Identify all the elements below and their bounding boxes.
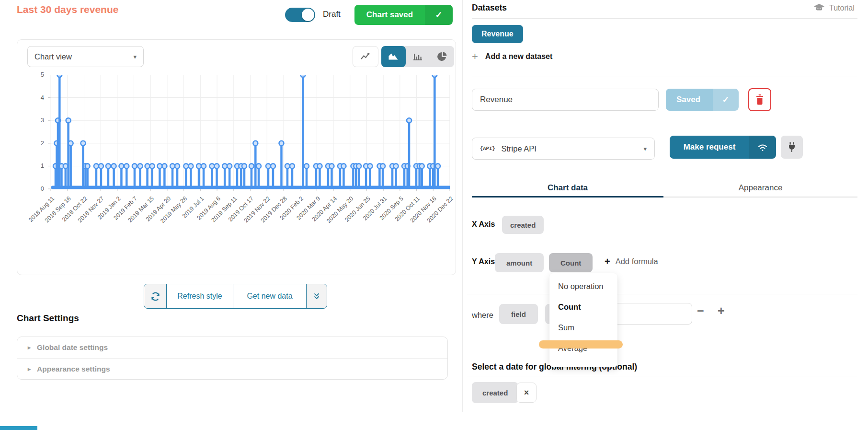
chart-type-pie-button[interactable] (430, 46, 454, 67)
connection-select[interactable]: {API} Stripe API ▾ (472, 138, 655, 160)
toggle-knob (302, 9, 314, 21)
divider (467, 294, 857, 294)
more-data-options-button[interactable] (306, 284, 327, 308)
y-axis-operation-chip[interactable]: Count (549, 253, 593, 272)
area-chart-icon (388, 51, 399, 62)
add-dataset-label: Add a new dataset (485, 52, 552, 61)
chart-settings-heading: Chart Settings (17, 313, 79, 324)
check-icon: ✓ (713, 89, 739, 111)
operation-option-count[interactable]: Count (549, 297, 617, 317)
plus-icon: + (605, 256, 610, 267)
divider (472, 77, 857, 77)
chart-type-group (381, 46, 454, 67)
tab-chart-data[interactable]: Chart data (472, 183, 663, 193)
divider (17, 331, 455, 331)
horizontal-scrollbar[interactable] (0, 426, 37, 430)
refresh-icon (150, 291, 160, 302)
delete-dataset-button[interactable] (748, 88, 771, 111)
page-title: Last 30 days revenue (17, 4, 118, 15)
draft-toggle[interactable] (285, 8, 315, 22)
caret-down-icon: ▾ (643, 145, 647, 152)
pie-chart-icon (436, 51, 448, 62)
accordion-appearance-settings[interactable]: ▸ Appearance settings (17, 359, 447, 380)
tutorial-label: Tutorial (829, 4, 855, 12)
x-axis-label: X Axis (472, 220, 495, 229)
wifi-icon (749, 136, 776, 159)
divider (467, 376, 857, 376)
bar-chart-icon (412, 51, 423, 62)
make-request-label: Make request (670, 136, 749, 159)
divider (472, 18, 857, 19)
operation-option-no-operation[interactable]: No operation (549, 276, 617, 297)
add-formula-button[interactable]: + Add formula (605, 256, 658, 267)
add-condition-button[interactable]: + (718, 304, 725, 318)
panel-divider (462, 0, 463, 412)
saved-button[interactable]: Saved ✓ (666, 89, 739, 111)
tab-appearance[interactable]: Appearance (663, 183, 857, 193)
operation-dropdown: No operation Count Sum Average (549, 273, 617, 367)
trash-icon (755, 94, 765, 105)
clear-date-filter-button[interactable]: × (516, 383, 537, 403)
draft-label: Draft (323, 10, 341, 19)
dataset-tab-revenue[interactable]: Revenue (472, 25, 523, 43)
active-tab-underline (472, 196, 663, 198)
where-label: where (472, 311, 493, 320)
chart-card: Chart view ▾ 012345 2018 Aug 112018 Sep … (17, 39, 456, 275)
operation-option-sum[interactable]: Sum (549, 317, 617, 338)
dataset-name-input[interactable] (472, 89, 659, 111)
plug-icon (787, 142, 797, 152)
datasets-heading: Datasets (472, 3, 507, 13)
chart-plot-svg (47, 75, 450, 193)
refresh-style-button[interactable]: Refresh style (167, 284, 233, 308)
accordion-arrow-icon: ▸ (28, 344, 31, 351)
chart-editor-page: Last 30 days revenue Draft Chart saved ✓… (0, 0, 868, 430)
connection-settings-button[interactable] (781, 136, 803, 159)
dropdown-hover-highlight (539, 340, 623, 349)
x-axis-field-chip[interactable]: created (502, 216, 544, 234)
chart-settings-accordion: ▸ Global date settings ▸ Appearance sett… (17, 337, 448, 380)
y-axis-label: Y Axis (472, 257, 495, 266)
get-new-data-button[interactable]: Get new data (233, 284, 306, 308)
y-axis-field-chip[interactable]: amount (495, 253, 544, 272)
api-badge-icon: {API} (480, 146, 495, 151)
chart-type-line-button[interactable] (353, 46, 378, 67)
accordion-label: Global date settings (37, 343, 108, 352)
accordion-arrow-icon: ▸ (28, 366, 31, 372)
chart-actions: Refresh style Get new data (144, 284, 327, 309)
chart-type-bar-button[interactable] (406, 46, 430, 67)
add-dataset-button[interactable]: + Add a new dataset (472, 50, 552, 63)
connection-select-value: Stripe API (502, 144, 537, 153)
line-chart-icon (360, 51, 371, 62)
chart-type-area-button[interactable] (381, 46, 406, 67)
refresh-icon-button[interactable] (144, 284, 167, 308)
date-filter-field-chip[interactable]: created (472, 382, 518, 403)
where-field-chip[interactable]: field (499, 304, 538, 324)
chart-saved-label: Chart saved (354, 5, 425, 25)
saved-label: Saved (676, 89, 700, 111)
chart-view-select[interactable]: Chart view ▾ (27, 46, 144, 67)
add-formula-label: Add formula (616, 257, 658, 266)
x-axis-labels: 2018 Aug 112018 Sep 162018 Oct 222018 No… (47, 193, 450, 265)
tab-underline (663, 197, 857, 198)
double-chevron-down-icon (312, 292, 321, 301)
plus-icon: + (472, 50, 478, 63)
accordion-global-date-settings[interactable]: ▸ Global date settings (17, 337, 447, 359)
y-axis-labels: 012345 (30, 40, 44, 275)
tutorial-link[interactable]: Tutorial (813, 3, 855, 13)
accordion-label: Appearance settings (37, 365, 110, 373)
caret-down-icon: ▾ (133, 53, 137, 60)
make-request-button[interactable]: Make request (670, 136, 776, 159)
check-icon: ✓ (425, 5, 453, 25)
graduation-cap-icon (813, 3, 825, 13)
chart-saved-button[interactable]: Chart saved ✓ (354, 5, 453, 25)
remove-condition-button[interactable]: − (697, 304, 704, 318)
